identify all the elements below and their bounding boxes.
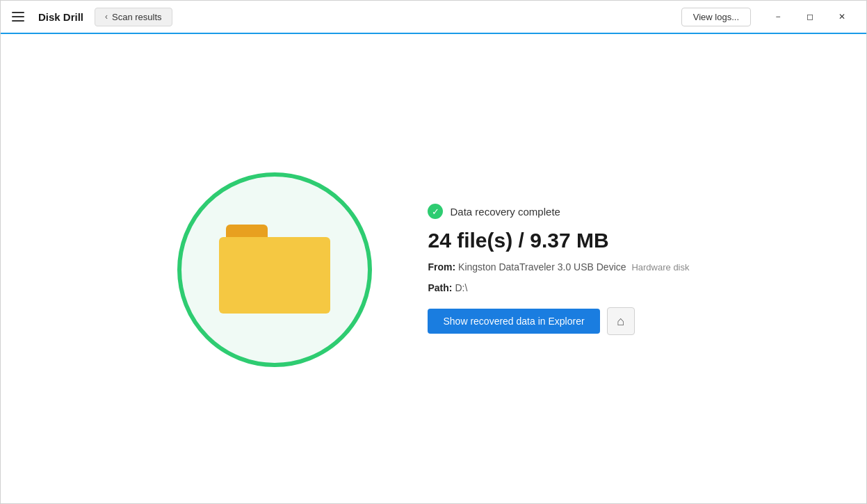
folder-illustration <box>177 172 372 367</box>
hardware-tag: Hardware disk <box>631 262 689 273</box>
menu-icon[interactable] <box>9 9 27 24</box>
path-label: Path: <box>428 282 455 293</box>
view-logs-button[interactable]: View logs... <box>681 8 751 26</box>
folder-body <box>219 237 330 314</box>
close-button[interactable]: ✕ <box>826 6 858 28</box>
from-label: From: <box>428 261 458 273</box>
from-row: From: Kingston DataTraveler 3.0 USB Devi… <box>428 261 689 273</box>
minimize-button[interactable]: − <box>762 6 794 28</box>
title-bar-right: View logs... − ◻ ✕ <box>681 6 858 28</box>
show-explorer-button[interactable]: Show recovered data in Explorer <box>428 309 599 334</box>
folder-icon <box>219 225 330 315</box>
maximize-button[interactable]: ◻ <box>794 6 826 28</box>
home-icon: ⌂ <box>617 314 624 329</box>
main-content: ✓ Data recovery complete 24 file(s) / 9.… <box>1 34 866 504</box>
app-title: Disk Drill <box>38 11 83 23</box>
title-bar: Disk Drill ‹ Scan results View logs... −… <box>1 1 866 34</box>
from-value: Kingston DataTraveler 3.0 USB Device <box>458 261 629 273</box>
info-section: ✓ Data recovery complete 24 file(s) / 9.… <box>428 204 689 335</box>
chevron-left-icon: ‹ <box>105 12 108 22</box>
home-button[interactable]: ⌂ <box>607 307 635 335</box>
circle-decoration <box>177 172 372 367</box>
path-row: Path: D:\ <box>428 282 689 293</box>
files-count: 24 file(s) / 9.37 MB <box>428 229 689 252</box>
scan-results-label: Scan results <box>112 12 162 22</box>
status-row: ✓ Data recovery complete <box>428 204 689 219</box>
action-row: Show recovered data in Explorer ⌂ <box>428 307 689 335</box>
window-controls: − ◻ ✕ <box>762 6 858 28</box>
status-text: Data recovery complete <box>450 206 560 218</box>
title-bar-left: Disk Drill ‹ Scan results <box>9 8 172 26</box>
path-value: D:\ <box>455 282 467 293</box>
scan-results-button[interactable]: ‹ Scan results <box>95 8 172 26</box>
check-circle-icon: ✓ <box>428 204 443 219</box>
